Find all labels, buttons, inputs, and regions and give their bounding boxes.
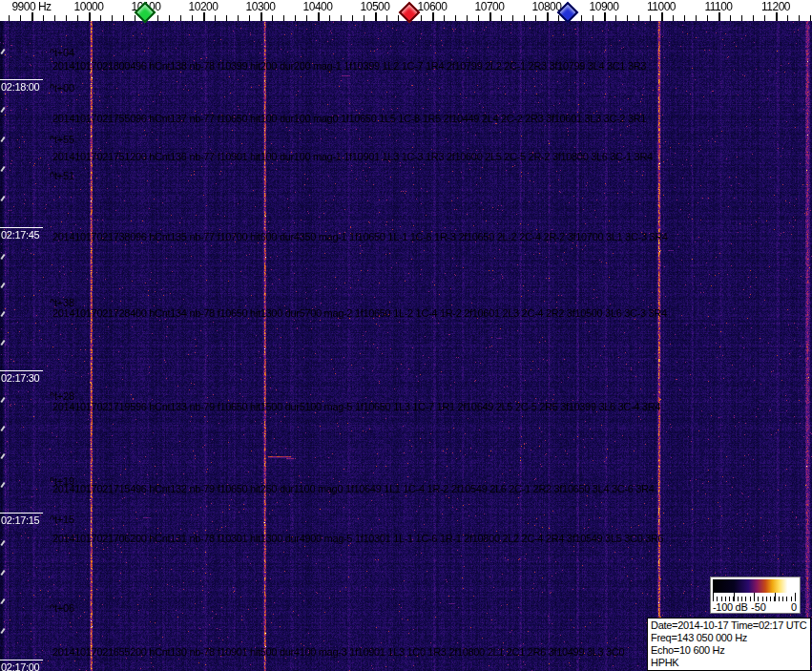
- freq-tick: [764, 15, 765, 21]
- time-major-tick: [0, 79, 43, 80]
- freq-tick: [386, 15, 387, 21]
- freq-label: 11000: [647, 0, 676, 13]
- freq-label: 10900: [590, 0, 619, 13]
- freq-tick: [753, 15, 754, 21]
- freq-tick: [260, 12, 262, 21]
- freq-tick: [455, 15, 456, 21]
- freq-tick: [558, 15, 559, 21]
- freq-tick: [77, 15, 78, 21]
- freq-tick: [398, 15, 399, 21]
- freq-tick: [20, 15, 21, 21]
- colorbar-ticks: [713, 593, 798, 601]
- freq-tick: [31, 12, 33, 21]
- echo-detail-line: 20141017021715496 hCnt132 nb-79 f10650 h…: [52, 483, 654, 494]
- freq-tick: [226, 15, 227, 21]
- freq-tick: [283, 15, 284, 21]
- time-offset-label: ^t+06: [50, 602, 74, 614]
- freq-tick: [799, 15, 800, 21]
- freq-tick: [489, 12, 491, 21]
- time-offset-label: ^t+55: [50, 134, 74, 145]
- freq-label: 10400: [303, 0, 333, 13]
- freq-tick: [9, 15, 10, 21]
- freq-tick: [627, 15, 628, 21]
- freq-tick: [581, 15, 582, 21]
- freq-tick: [730, 15, 731, 21]
- echo-detail-line: 20141017021751200 hCnt136 nb-77 f10901 h…: [52, 151, 653, 162]
- time-major-tick: [0, 227, 43, 228]
- freq-tick: [123, 15, 124, 21]
- freq-label: 11200: [761, 0, 790, 13]
- freq-tick: [615, 15, 616, 21]
- freq-tick: [238, 15, 239, 21]
- freq-tick: [43, 15, 44, 21]
- freq-tick: [478, 15, 479, 21]
- time-offset-label: ^t+00: [50, 82, 74, 94]
- freq-label: 11100: [704, 0, 732, 13]
- echo-detail-line: 20141017021728400 hCnt134 nb-78 f10650 h…: [52, 307, 667, 319]
- freq-tick: [341, 15, 342, 21]
- freq-tick: [650, 15, 651, 21]
- db-color-scale: -100 dB -50 0: [710, 577, 801, 614]
- freq-tick: [638, 15, 639, 21]
- freq-tick: [684, 15, 685, 21]
- freq-tick: [787, 15, 788, 21]
- echo-detail-line: 20141017021800496 hCnt138 nb-78 f10399 h…: [52, 60, 646, 72]
- echo-detail-line: 20141017021719596 hCnt133 nb-79 f10650 h…: [52, 401, 660, 412]
- freq-tick: [444, 15, 445, 21]
- freq-tick: [512, 15, 513, 21]
- freq-label: 10000: [74, 0, 104, 13]
- freq-tick: [776, 12, 778, 21]
- freq-tick: [306, 15, 307, 21]
- time-offset-label: ^t+51: [50, 170, 74, 181]
- freq-tick: [696, 15, 697, 21]
- echo-detail-line: 20141017021706200 hCnt131 nb-78 f10301 h…: [52, 533, 663, 544]
- freq-tick: [66, 15, 67, 21]
- db-label-min: -100 dB: [713, 601, 747, 613]
- freq-tick: [329, 15, 330, 21]
- info-echo: Echo=10 600 Hz: [651, 644, 807, 657]
- freq-label: 10500: [361, 0, 390, 13]
- freq-tick: [661, 12, 663, 21]
- freq-tick: [718, 12, 720, 21]
- info-frequency: Freq=143 050 000 Hz: [651, 632, 807, 644]
- freq-tick: [89, 12, 91, 21]
- freq-tick: [215, 15, 216, 21]
- freq-tick: [295, 15, 296, 21]
- freq-tick: [810, 15, 811, 21]
- freq-tick: [352, 15, 353, 21]
- freq-tick: [180, 15, 181, 21]
- observation-info-box: Date=2014-10-17 Time=02:17 UTC Freq=143 …: [647, 618, 811, 671]
- time-major-tick: [0, 513, 43, 514]
- freq-tick: [547, 12, 549, 21]
- colorbar-gradient: [713, 579, 798, 593]
- freq-tick: [375, 12, 377, 21]
- freq-label: 9900 Hz: [11, 0, 51, 13]
- freq-tick: [535, 15, 536, 21]
- echo-detail-line: 20141017021738096 hCnt135 nb-77 f10700 h…: [52, 231, 668, 242]
- freq-tick: [169, 15, 170, 21]
- freq-label: 10700: [475, 0, 505, 13]
- info-date-time: Date=2014-10-17 Time=02:17 UTC: [651, 619, 807, 632]
- freq-label: 10200: [189, 0, 219, 13]
- freq-tick: [100, 15, 101, 21]
- freq-tick: [54, 15, 55, 21]
- time-offset-label: ^t+15: [50, 514, 74, 525]
- freq-tick: [272, 15, 273, 21]
- freq-tick: [432, 12, 434, 21]
- freq-tick: [501, 15, 502, 21]
- freq-tick: [249, 15, 250, 21]
- echo-detail-line: 20141017021755096 hCnt137 nb-77 f10650 h…: [52, 113, 646, 124]
- info-station: HPHK: [651, 657, 807, 669]
- freq-tick: [112, 15, 113, 21]
- freq-tick: [318, 12, 320, 21]
- freq-label: 10600: [418, 0, 448, 13]
- freq-tick: [707, 15, 708, 21]
- colorbar-labels: -100 dB -50 0: [713, 601, 798, 613]
- echo-detail-line: 20141017021655200 hCnt130 nb-78 f10901 h…: [52, 646, 624, 658]
- time-label: 02:18:00: [1, 81, 39, 93]
- freq-tick: [741, 15, 742, 21]
- freq-tick: [467, 15, 468, 21]
- freq-tick: [192, 15, 193, 21]
- freq-tick: [203, 12, 205, 21]
- freq-label: 10300: [246, 0, 276, 13]
